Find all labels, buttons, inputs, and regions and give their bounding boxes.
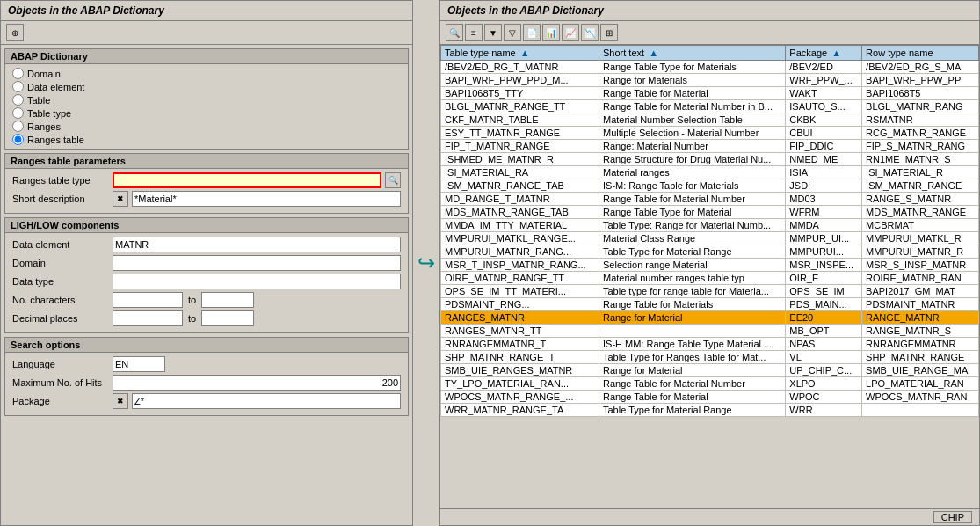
- table-row[interactable]: BAPI1068T5_TTYRange Table for MaterialWA…: [441, 87, 979, 100]
- table-row[interactable]: FIP_T_MATNR_RANGERange: Material NumberF…: [441, 140, 979, 153]
- table-row[interactable]: ISHMED_ME_MATNR_RRange Structure for Dru…: [441, 153, 979, 166]
- radio-ranges-table[interactable]: Ranges table: [12, 134, 401, 145]
- left-panel-title: Objects in the ABAP Dictionary: [1, 1, 412, 21]
- table-cell: Material Number Selection Table: [599, 113, 786, 127]
- table-cell: MMPURUI...: [786, 245, 862, 259]
- table-cell: CKBK: [786, 113, 862, 127]
- table-cell: Range Table for Material: [599, 391, 786, 404]
- left-content: ABAP Dictionary Domain Data element Tabl…: [1, 45, 412, 525]
- toolbar-refresh-btn[interactable]: ⊕: [6, 24, 24, 41]
- toolbar-grid-btn[interactable]: ⊞: [600, 24, 618, 41]
- no-chars-input[interactable]: [113, 292, 183, 308]
- table-row[interactable]: MD_RANGE_T_MATNRRange Table for Material…: [441, 193, 979, 206]
- table-cell: RANGES_MATNR: [441, 311, 599, 325]
- toolbar-filter-btn[interactable]: ▼: [484, 24, 502, 41]
- table-cell: PDS_MAIN...: [786, 298, 862, 311]
- table-row[interactable]: RANGES_MATNRRange for MaterialEE20RANGE_…: [441, 311, 979, 325]
- table-row[interactable]: OPS_SE_IM_TT_MATERI...Table type for ran…: [441, 285, 979, 298]
- table-cell: Multiple Selection - Material Number: [599, 127, 786, 140]
- table-cell: ISI_MATERIAL_R: [862, 166, 979, 179]
- table-cell: Range Table Type for Material: [599, 206, 786, 219]
- table-row[interactable]: ISI_MATERIAL_RAMaterial rangesISIAISI_MA…: [441, 166, 979, 179]
- table-cell: BAPI2017_GM_MAT: [862, 285, 979, 298]
- radio-domain[interactable]: Domain: [12, 68, 401, 79]
- table-cell: Range Table for Material: [599, 87, 786, 100]
- toolbar-excel-btn[interactable]: 📊: [542, 24, 560, 41]
- package-clear-btn[interactable]: ✖: [113, 393, 128, 409]
- table-row[interactable]: ESY_TT_MATNR_RANGEMultiple Selection - M…: [441, 127, 979, 140]
- language-row: Language: [12, 356, 401, 372]
- table-row[interactable]: MMPURUI_MATKL_RANGE...Material Class Ran…: [441, 232, 979, 245]
- table-cell: ISI_MATERIAL_RA: [441, 166, 599, 179]
- short-desc-input[interactable]: [132, 191, 401, 207]
- ranges-type-input[interactable]: [113, 172, 381, 188]
- table-row[interactable]: MSR_T_INSP_MATNR_RANG...Selection range …: [441, 259, 979, 272]
- table-row[interactable]: RNRANGEMMATNR_TIS-H MM: Range Table Type…: [441, 338, 979, 351]
- table-row[interactable]: WPOCS_MATNR_RANGE_...Range Table for Mat…: [441, 391, 979, 404]
- table-row[interactable]: MDS_MATNR_RANGE_TABRange Table Type for …: [441, 206, 979, 219]
- radio-table-type[interactable]: Table type: [12, 107, 401, 119]
- table-cell: SMB_UIE_RANGES_MATNR: [441, 364, 599, 377]
- table-row[interactable]: ISM_MATNR_RANGE_TABIS-M: Range Table for…: [441, 179, 979, 193]
- col-table-type-name[interactable]: Table type name ▲: [441, 46, 599, 61]
- left-panel: Objects in the ABAP Dictionary ⊕ ABAP Di…: [0, 0, 413, 526]
- short-desc-clear-btn[interactable]: ✖: [113, 191, 128, 207]
- data-type-input[interactable]: [113, 274, 401, 289]
- package-input[interactable]: [132, 393, 401, 409]
- toolbar-sort-btn[interactable]: ▽: [504, 24, 521, 41]
- decimal-to-label: to: [188, 313, 196, 324]
- table-row[interactable]: SMB_UIE_RANGES_MATNRRange for MaterialUP…: [441, 364, 979, 377]
- ranges-type-search-btn[interactable]: 🔍: [385, 172, 401, 188]
- table-row[interactable]: MMDA_IM_TTY_MATERIALTable Type: Range fo…: [441, 219, 979, 232]
- table-cell: MSR_S_INSP_MATNR: [862, 259, 979, 272]
- table-row[interactable]: TY_LPO_MATERIAL_RAN...Range Table for Ma…: [441, 377, 979, 391]
- ligh-low-title: LIGH/LOW components: [5, 218, 408, 233]
- table-container[interactable]: Table type name ▲ Short text ▲ Package ▲: [440, 45, 979, 508]
- decimal-input[interactable]: [113, 310, 183, 326]
- table-cell: MB_OPT: [786, 325, 862, 338]
- radio-ranges[interactable]: Ranges: [12, 121, 401, 132]
- data-type-row: Data type: [12, 274, 401, 289]
- table-cell: RCG_MATNR_RANGE: [862, 127, 979, 140]
- no-chars-to-input[interactable]: [201, 292, 254, 308]
- decimal-to-input[interactable]: [201, 310, 254, 326]
- table-row[interactable]: PDSMAINT_RNG...Range Table for Materials…: [441, 298, 979, 311]
- package-row: Package ✖: [12, 393, 401, 409]
- table-cell: NPAS: [786, 338, 862, 351]
- data-element-input[interactable]: [113, 237, 401, 252]
- radio-data-element[interactable]: Data element: [12, 81, 401, 92]
- language-input[interactable]: [113, 356, 165, 372]
- table-cell: MCBRMAT: [862, 219, 979, 232]
- radio-table[interactable]: Table: [12, 94, 401, 106]
- table-row[interactable]: MMPURUI_MATNR_RANG...Table Type for Mate…: [441, 245, 979, 259]
- table-cell: RN1ME_MATNR_S: [862, 153, 979, 166]
- max-hits-input[interactable]: [113, 375, 401, 391]
- table-cell: Table type for range table for Materia..…: [599, 285, 786, 298]
- col-short-text[interactable]: Short text ▲: [599, 46, 786, 61]
- table-cell: SHP_MATNR_RANGE: [862, 351, 979, 364]
- table-row[interactable]: SHP_MATNR_RANGE_TTable Type for Ranges T…: [441, 351, 979, 364]
- table-cell: ISIA: [786, 166, 862, 179]
- table-cell: SHP_MATNR_RANGE_T: [441, 351, 599, 364]
- toolbar-chart1-btn[interactable]: 📈: [562, 24, 579, 41]
- table-cell: WAKT: [786, 87, 862, 100]
- table-row[interactable]: WRR_MATNR_RANGE_TATable Type for Materia…: [441, 404, 979, 417]
- sort-arrow-short: ▲: [649, 47, 658, 58]
- toolbar-search-btn[interactable]: 🔍: [446, 24, 463, 41]
- table-cell: RANGES_MATNR_TT: [441, 325, 599, 338]
- col-row-type-name[interactable]: Row type name: [862, 46, 979, 61]
- data-element-row: Data element: [12, 237, 401, 252]
- toolbar-list-btn[interactable]: ≡: [465, 24, 483, 41]
- toolbar-copy-btn[interactable]: 📄: [523, 24, 541, 41]
- short-desc-label: Short description: [12, 194, 109, 204]
- domain-input[interactable]: [113, 255, 401, 271]
- table-row[interactable]: /BEV2/ED_RG_T_MATNRRange Table Type for …: [441, 61, 979, 74]
- col-package[interactable]: Package ▲: [786, 46, 862, 61]
- table-row[interactable]: BLGL_MATNR_RANGE_TTRange Table for Mater…: [441, 100, 979, 113]
- table-row[interactable]: OIRE_MATNR_RANGE_TTMaterial number range…: [441, 272, 979, 285]
- table-row[interactable]: CKF_MATNR_TABLEMaterial Number Selection…: [441, 113, 979, 127]
- toolbar-chart2-btn[interactable]: 📉: [581, 24, 599, 41]
- table-row[interactable]: BAPI_WRF_PPW_PPD_M...Range for Materials…: [441, 74, 979, 87]
- table-cell: ISAUTO_S...: [786, 100, 862, 113]
- table-row[interactable]: RANGES_MATNR_TTMB_OPTRANGE_MATNR_S: [441, 325, 979, 338]
